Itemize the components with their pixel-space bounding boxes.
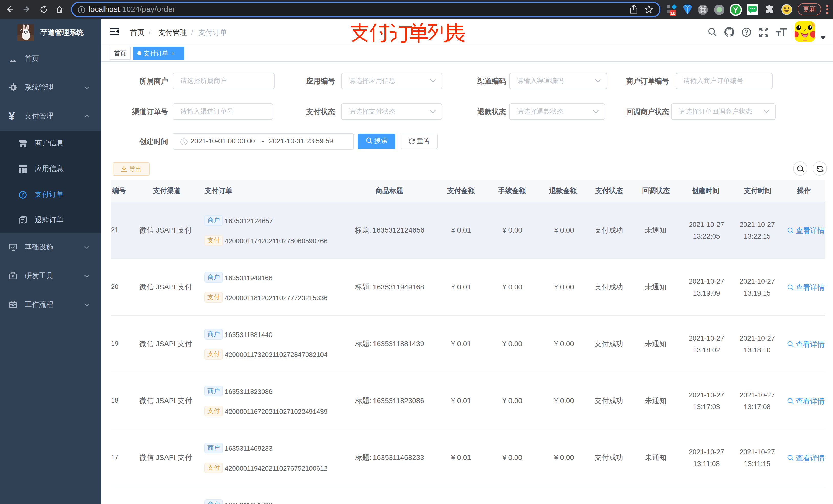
svg-text:10: 10: [670, 10, 675, 16]
